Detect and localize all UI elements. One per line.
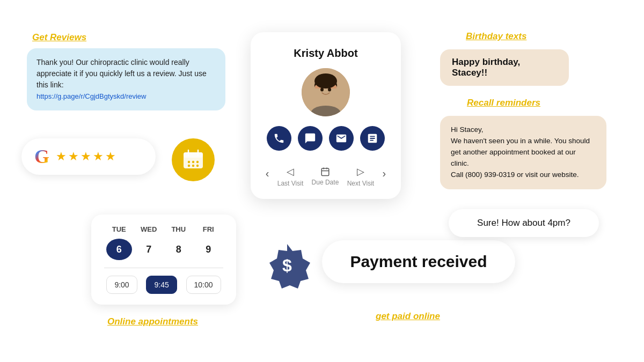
- day-fri: FRI: [195, 225, 221, 233]
- phone-button[interactable]: [267, 126, 291, 151]
- due-date-icon: [320, 167, 330, 176]
- due-date-item: Due Date: [312, 167, 339, 186]
- patient-name: Kristy Abbot: [294, 47, 357, 60]
- next-visit-label: Next Visit: [347, 180, 374, 187]
- last-visit-icon: ◁: [287, 166, 294, 178]
- calendar-icon-circle: [172, 138, 215, 181]
- svg-rect-16: [321, 168, 329, 176]
- svg-point-7: [188, 165, 190, 167]
- star-4: ★: [93, 150, 104, 164]
- star-5: ★: [105, 150, 116, 164]
- review-message-bubble: Thank you! Our chiropractic clinic would…: [27, 48, 225, 110]
- star-3: ★: [80, 150, 91, 164]
- svg-text:$: $: [282, 256, 292, 275]
- calendar-divider: [104, 268, 223, 268]
- recall-label: Recall reminders: [467, 98, 540, 108]
- svg-point-9: [196, 165, 199, 167]
- next-visit-icon: ▷: [357, 166, 364, 178]
- svg-point-6: [196, 161, 199, 163]
- avatar-image: [302, 68, 350, 116]
- calendar-header: TUE WED THU FRI: [104, 225, 223, 233]
- svg-point-14: [320, 88, 324, 92]
- prev-arrow[interactable]: ‹: [266, 167, 269, 186]
- star-1: ★: [56, 150, 67, 164]
- due-date-label: Due Date: [312, 179, 339, 186]
- svg-rect-1: [184, 152, 203, 158]
- action-icons: [267, 126, 385, 151]
- birthday-bubble: Happy birthday, Stacey!!: [440, 49, 569, 86]
- avatar: [302, 68, 350, 116]
- last-visit-item: ◁ Last Visit: [277, 166, 303, 187]
- star-rating: ★ ★ ★ ★ ★: [56, 150, 116, 164]
- birthday-label: Birthday texts: [466, 31, 526, 42]
- google-rating-card: G ★ ★ ★ ★ ★: [21, 138, 156, 175]
- payment-text: Payment received: [350, 253, 487, 271]
- calendar-icon: [181, 148, 205, 172]
- calendar-dates: 6 7 8 9: [104, 239, 223, 260]
- svg-point-15: [328, 88, 331, 92]
- payment-card: Payment received: [322, 240, 515, 283]
- notes-button[interactable]: [360, 126, 385, 151]
- recall-bubble: Hi Stacey, We haven't seen you in a whil…: [440, 116, 606, 189]
- time-1000[interactable]: 10:00: [186, 276, 221, 294]
- star-2: ★: [68, 150, 79, 164]
- visit-nav: ‹ ◁ Last Visit Due Date ▷ Next Visit ›: [261, 160, 390, 187]
- date-6[interactable]: 6: [106, 239, 132, 260]
- payment-label: get paid online: [376, 311, 440, 322]
- day-thu: THU: [166, 225, 192, 233]
- date-8[interactable]: 8: [166, 239, 192, 260]
- review-link[interactable]: https://g.page/r/CgjdBgtyskd/review: [36, 92, 147, 100]
- profile-card: Kristy Abbot: [251, 32, 401, 199]
- day-tue: TUE: [106, 225, 132, 233]
- email-button[interactable]: [329, 126, 354, 151]
- recall-reply-text: Sure! How about 4pm?: [477, 218, 570, 228]
- next-arrow[interactable]: ›: [383, 167, 386, 186]
- svg-point-4: [188, 161, 190, 163]
- chat-button[interactable]: [298, 126, 323, 151]
- review-message-text: Thank you! Our chiropractic clinic would…: [36, 58, 207, 89]
- get-reviews-label: Get Reviews: [32, 32, 86, 43]
- last-visit-label: Last Visit: [277, 180, 303, 187]
- time-900[interactable]: 9:00: [106, 276, 137, 294]
- recall-reply-bubble: Sure! How about 4pm?: [449, 209, 599, 237]
- recall-message: Hi Stacey, We haven't seen you in a whil…: [451, 125, 590, 179]
- next-visit-item: ▷ Next Visit: [347, 166, 374, 187]
- day-wed: WED: [136, 225, 162, 233]
- date-7[interactable]: 7: [136, 239, 162, 260]
- google-g-letter: G: [34, 145, 49, 168]
- appointments-label: Online appointments: [107, 316, 198, 327]
- payment-badge-icon: $: [263, 241, 311, 290]
- svg-point-8: [192, 165, 194, 167]
- appointments-card: TUE WED THU FRI 6 7 8 9 9:00 9:45 10:00: [91, 215, 236, 305]
- svg-point-5: [192, 161, 194, 163]
- time-slots: 9:00 9:45 10:00: [104, 276, 223, 294]
- time-945[interactable]: 9:45: [146, 276, 177, 294]
- date-9[interactable]: 9: [195, 239, 221, 260]
